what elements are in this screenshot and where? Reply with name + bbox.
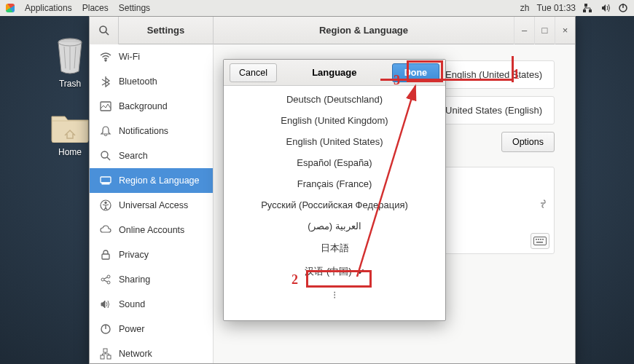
- cancel-button[interactable]: Cancel: [230, 63, 277, 82]
- trash-icon: [52, 36, 87, 74]
- language-option[interactable]: English (United States): [224, 131, 445, 152]
- sidebar-label: Background: [119, 101, 168, 111]
- sidebar-item-universal-access[interactable]: Universal Access: [90, 193, 213, 218]
- svg-rect-27: [101, 355, 104, 359]
- language-list[interactable]: Deutsch (Deutschland) English (United Ki…: [224, 86, 445, 320]
- language-dialog: Cancel Language Done Deutsch (Deutschlan…: [223, 59, 446, 321]
- accessibility-icon: [100, 199, 111, 211]
- bluetooth-icon: [100, 76, 111, 87]
- menu-applications[interactable]: Applications: [25, 3, 72, 13]
- network-icon[interactable]: [583, 3, 593, 13]
- window-sidebar-title: Settings: [119, 17, 214, 44]
- svg-point-21: [101, 278, 104, 281]
- svg-line-15: [107, 157, 110, 160]
- done-button[interactable]: Done: [392, 63, 439, 82]
- sidebar-label: Power: [119, 324, 144, 334]
- desktop-trash-label: Trash: [59, 79, 81, 89]
- volume-icon[interactable]: [600, 3, 611, 13]
- wifi-icon: [100, 51, 111, 63]
- menu-places[interactable]: Places: [82, 3, 109, 13]
- clock[interactable]: Tue 01:33: [536, 3, 576, 13]
- top-panel: Applications Places Settings zh Tue 01:3…: [0, 0, 634, 16]
- background-icon: [100, 100, 111, 112]
- window-close[interactable]: ×: [555, 17, 575, 44]
- sidebar-item-search[interactable]: Search: [90, 143, 213, 168]
- window-titlebar[interactable]: Settings Region & Language – □ ×: [90, 17, 575, 44]
- desktop-home-label: Home: [58, 147, 82, 157]
- dialog-title: Language: [277, 67, 392, 78]
- svg-point-10: [100, 26, 106, 33]
- keyboard-icon: [533, 237, 547, 245]
- language-option[interactable]: Español (España): [224, 152, 445, 173]
- svg-rect-29: [534, 237, 547, 245]
- share-icon: [100, 274, 111, 285]
- svg-rect-1: [583, 9, 586, 12]
- svg-point-23: [107, 281, 110, 284]
- sidebar-item-bluetooth[interactable]: Bluetooth: [90, 69, 213, 94]
- checkmark-icon: ✔: [358, 267, 364, 277]
- language-option[interactable]: العربية (مصر): [224, 215, 445, 237]
- svg-rect-31: [538, 239, 539, 240]
- globe-icon: [100, 175, 111, 186]
- dialog-titlebar[interactable]: Cancel Language Done: [224, 60, 445, 86]
- options-button[interactable]: Options: [501, 132, 555, 152]
- bell-icon: [100, 125, 111, 137]
- language-row-value: English (United States): [445, 69, 542, 80]
- sidebar-label: Sound: [119, 299, 145, 309]
- language-option[interactable]: 日本語: [224, 237, 445, 260]
- sidebar-item-network[interactable]: Network: [90, 341, 213, 363]
- sidebar-label: Network: [119, 349, 152, 359]
- window-minimize[interactable]: –: [514, 17, 534, 44]
- input-source-indicator[interactable]: zh: [520, 3, 530, 13]
- language-option-selected[interactable]: 汉语 (中国)✔: [224, 260, 445, 283]
- language-option[interactable]: Français (France): [224, 173, 445, 194]
- sidebar-label: Sharing: [119, 274, 150, 285]
- sidebar-label: Privacy: [119, 250, 149, 260]
- sidebar-label: Universal Access: [119, 200, 188, 210]
- svg-rect-16: [101, 177, 111, 183]
- svg-rect-0: [584, 4, 587, 7]
- sidebar-item-privacy[interactable]: Privacy: [90, 242, 213, 267]
- svg-rect-33: [542, 239, 544, 240]
- sidebar-label: Bluetooth: [119, 76, 157, 87]
- svg-point-12: [105, 60, 106, 61]
- svg-rect-28: [107, 355, 111, 359]
- window-title: Region & Language: [214, 25, 514, 36]
- sidebar-label: Notifications: [119, 126, 168, 136]
- menu-settings[interactable]: Settings: [119, 3, 150, 13]
- svg-rect-2: [589, 9, 592, 12]
- svg-rect-32: [540, 239, 541, 240]
- sidebar-label: Wi-Fi: [119, 52, 140, 62]
- language-option[interactable]: Deutsch (Deutschland): [224, 89, 445, 110]
- svg-point-14: [101, 151, 108, 158]
- svg-rect-17: [102, 183, 109, 184]
- more-languages-button[interactable]: ⁝: [224, 283, 445, 306]
- input-source-settings-icon[interactable]: [535, 197, 549, 211]
- sidebar-item-sound[interactable]: Sound: [90, 292, 213, 317]
- sidebar-item-background[interactable]: Background: [90, 94, 213, 119]
- sidebar-item-sharing[interactable]: Sharing: [90, 267, 213, 292]
- search-icon: [100, 150, 111, 162]
- sidebar-item-online-accounts[interactable]: Online Accounts: [90, 218, 213, 242]
- svg-rect-20: [102, 254, 109, 259]
- formats-row-value: United States (English): [445, 105, 542, 116]
- svg-point-19: [105, 202, 107, 204]
- sidebar-label: Region & Language: [119, 175, 200, 186]
- lock-icon: [100, 249, 111, 261]
- sidebar-item-region-language[interactable]: Region & Language: [90, 168, 213, 193]
- sidebar-item-power[interactable]: Power: [90, 317, 213, 341]
- language-option[interactable]: English (United Kingdom): [224, 110, 445, 131]
- power-icon[interactable]: [618, 3, 628, 13]
- keyboard-layout-button[interactable]: [531, 233, 549, 249]
- window-maximize[interactable]: □: [534, 17, 555, 44]
- svg-rect-34: [536, 242, 543, 243]
- search-button[interactable]: [90, 17, 119, 44]
- settings-sidebar: Wi-Fi Bluetooth Background Notifications…: [90, 44, 214, 363]
- svg-point-22: [107, 275, 110, 278]
- sidebar-item-wifi[interactable]: Wi-Fi: [90, 44, 213, 69]
- search-icon: [98, 25, 110, 36]
- activities-icon[interactable]: [6, 4, 15, 12]
- language-option[interactable]: Русский (Российская Федерация): [224, 194, 445, 215]
- sidebar-item-notifications[interactable]: Notifications: [90, 119, 213, 143]
- cloud-icon: [100, 224, 111, 236]
